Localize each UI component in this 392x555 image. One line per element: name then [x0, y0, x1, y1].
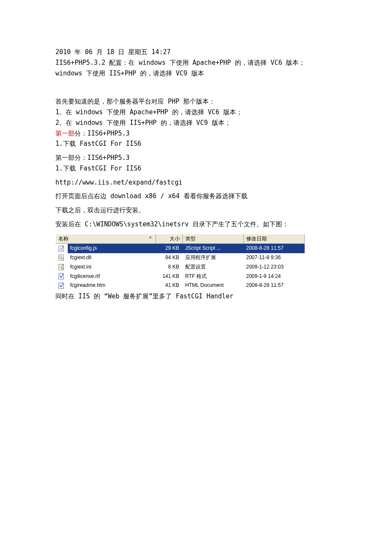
- body-text: 下载之后，双击运行进行安装。: [55, 205, 337, 216]
- file-name-cell: fcgilicense.rtf: [68, 272, 156, 281]
- svg-text:W: W: [59, 275, 63, 279]
- body-text: windows 下使用 IIS+PHP 的，请选择 VC9 版本: [55, 68, 337, 79]
- file-size-cell: 41 KB: [156, 281, 183, 290]
- table-row[interactable]: JSfcgiconfig.js29 KBJScript Script ...20…: [56, 244, 305, 253]
- svg-text:W: W: [59, 284, 63, 288]
- file-list-body: JSfcgiconfig.js29 KBJScript Script ...20…: [56, 244, 305, 290]
- dateline: 2010 年 06 月 18 日 星期五 14:27: [55, 47, 337, 58]
- file-list-table: 名称 大小 类型 修改日期 JSfcgiconfig.js29 KBJScrip…: [55, 234, 305, 291]
- file-size-cell: 141 KB: [156, 272, 183, 281]
- file-name-cell: fcgiext.ini: [68, 263, 156, 272]
- body-text: 第一部分：IIS6+PHP5.3: [55, 153, 337, 163]
- svg-point-8: [61, 268, 63, 269]
- svg-rect-6: [59, 266, 62, 266]
- file-size-cell: 94 KB: [156, 253, 183, 263]
- section-heading: 第一部分：IIS6+PHP5.3: [55, 128, 337, 139]
- svg-text:JS: JS: [59, 248, 63, 251]
- file-type-icon: W: [56, 281, 68, 290]
- url-text: http://www.iis.net/expand/fastcgi: [55, 177, 337, 188]
- file-type-icon: JS: [56, 244, 68, 253]
- col-header-size[interactable]: 大小: [156, 234, 183, 244]
- heading-highlight: 第一部: [55, 130, 75, 137]
- file-date-cell: 2007-11-8 9:36: [244, 253, 305, 263]
- table-header-row: 名称 大小 类型 修改日期: [56, 234, 305, 244]
- col-header-label: 名称: [58, 236, 69, 242]
- file-type-icon: [56, 253, 68, 263]
- file-type-cell: JScript Script ...: [183, 244, 244, 253]
- body-text: 1.下载 FastCGI For IIS6: [55, 139, 337, 149]
- file-size-cell: 29 KB: [156, 244, 183, 253]
- file-date-cell: 2009-1-9 14:24: [244, 272, 305, 281]
- body-text: 首先要知道的是，那个服务器平台对应 PHP 那个版本：: [55, 96, 337, 107]
- file-date-cell: 2008-8-28 11:57: [244, 281, 305, 290]
- col-header-name[interactable]: 名称: [56, 234, 156, 244]
- table-row[interactable]: Wfcgilicense.rtf141 KBRTF 格式2009-1-9 14:…: [56, 272, 305, 281]
- file-type-icon: [56, 263, 68, 272]
- body-text: 1.下载 FastCGI For IIS6: [55, 163, 337, 174]
- body-text: IIS6+PHP5.3.2 配置：在 windows 下使用 Apache+PH…: [55, 58, 337, 68]
- table-row[interactable]: Wfcgireadme.htm41 KBHTML Document2008-8-…: [56, 281, 305, 290]
- body-text: 同时在 IIS 的 “Web 服务扩展”里多了 FastCGI Handler: [55, 291, 337, 302]
- file-type-cell: 配置设置: [183, 263, 244, 272]
- file-name-cell: fcgiext.dll: [68, 253, 156, 263]
- file-type-icon: W: [56, 272, 68, 281]
- file-size-cell: 8 KB: [156, 263, 183, 272]
- file-type-cell: RTF 格式: [183, 272, 244, 281]
- file-name-cell: fcgireadme.htm: [68, 281, 156, 290]
- body-text: 安装后在 C:\WINDOWS\system32\inetsrv 目录下产生了五…: [55, 219, 337, 230]
- file-date-cell: 2009-1-12 23:03: [244, 263, 305, 272]
- file-type-cell: HTML Document: [183, 281, 244, 290]
- file-date-cell: 2008-8-28 11:57: [244, 244, 305, 253]
- body-text: 2。在 windows 下使用 IIS+PHP 的，请选择 VC9 版本；: [55, 118, 337, 128]
- col-header-date[interactable]: 修改日期: [244, 234, 305, 244]
- body-text: 1。在 windows 下使用 Apache+PHP 的，请选择 VC6 版本；: [55, 107, 337, 118]
- col-header-type[interactable]: 类型: [183, 234, 244, 244]
- document-page: 2010 年 06 月 18 日 星期五 14:27 IIS6+PHP5.3.2…: [0, 0, 392, 319]
- sort-asc-icon: [149, 236, 152, 238]
- file-name-cell: fcgiconfig.js: [68, 244, 156, 253]
- table-row[interactable]: fcgiext.ini8 KB配置设置2009-1-12 23:03: [56, 263, 305, 272]
- body-text: 打开页面后点右边 download x86 / x64 看看你服务器选择下载: [55, 191, 337, 202]
- table-row[interactable]: fcgiext.dll94 KB应用程序扩展2007-11-8 9:36: [56, 253, 305, 263]
- file-type-cell: 应用程序扩展: [183, 253, 244, 263]
- heading-rest: 分：IIS6+PHP5.3: [75, 130, 130, 137]
